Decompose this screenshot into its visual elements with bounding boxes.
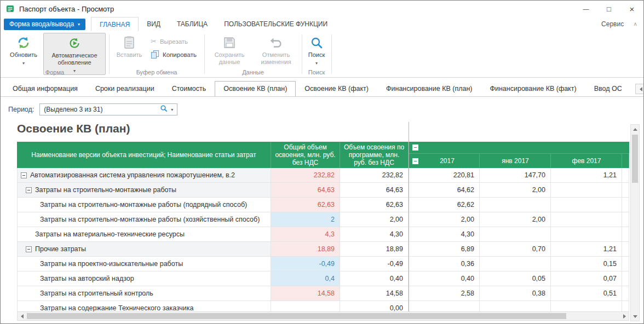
total-volume-cell[interactable] xyxy=(271,301,340,311)
row-expander-icon[interactable] xyxy=(26,187,32,193)
jan-2017-cell[interactable] xyxy=(480,301,551,311)
feb-2017-cell[interactable]: 1,21 xyxy=(551,242,622,257)
collapse-ribbon-icon[interactable]: ˄ xyxy=(634,21,637,27)
row-name-cell[interactable]: Затраты на строительный контроль xyxy=(17,286,271,301)
row-name-cell[interactable]: Затраты на строительно-монтажные работы … xyxy=(17,212,271,227)
horizontal-scrollbar-thumb[interactable] xyxy=(27,313,566,319)
total-volume-cell[interactable]: 4,3 xyxy=(271,227,340,242)
row-expander-icon[interactable] xyxy=(26,246,32,252)
period-group-header[interactable] xyxy=(409,142,629,154)
collapse-year-icon[interactable] xyxy=(412,158,418,164)
row-name-cell[interactable]: Автоматизированная система управления по… xyxy=(17,168,271,183)
program-volume-cell[interactable]: 232,82 xyxy=(340,168,409,183)
program-volume-cell[interactable]: 2,00 xyxy=(340,212,409,227)
program-volume-cell[interactable]: 4,30 xyxy=(340,227,409,242)
horizontal-scrollbar[interactable] xyxy=(17,311,629,321)
ribbon-tab[interactable]: ПОЛЬЗОВАТЕЛЬСКИЕ ФУНКЦИИ xyxy=(216,17,336,31)
page-tab[interactable]: Финансирование КВ (факт) xyxy=(481,81,585,96)
row-name-cell[interactable]: Затраты на строительно-монтажные работы … xyxy=(17,198,271,212)
total-volume-cell[interactable]: 14,58 xyxy=(271,286,340,301)
program-volume-cell[interactable]: 62,63 xyxy=(340,198,409,212)
program-column-header[interactable]: Объем освоения по программе, млн. руб. б… xyxy=(340,142,409,168)
program-volume-cell[interactable]: 0,00 xyxy=(340,301,409,311)
year-2017-cell[interactable]: 6,89 xyxy=(409,242,480,257)
month-column-header[interactable]: 2017 xyxy=(409,154,480,168)
close-button[interactable]: × xyxy=(620,1,643,17)
feb-2017-cell[interactable] xyxy=(551,183,622,198)
page-tab[interactable]: Ввод ОС xyxy=(585,81,631,96)
jan-2017-cell[interactable] xyxy=(480,227,551,242)
row-name-cell[interactable]: Затраты на строительно-монтажные работы xyxy=(17,183,271,198)
program-volume-cell[interactable]: 64,63 xyxy=(340,183,409,198)
feb-2017-cell[interactable] xyxy=(551,212,622,227)
total-volume-cell[interactable]: 64,63 xyxy=(271,183,340,198)
total-volume-cell[interactable]: 62,63 xyxy=(271,198,340,212)
minimize-button[interactable]: — xyxy=(574,1,597,17)
scroll-down-button[interactable] xyxy=(631,312,639,321)
feb-2017-cell[interactable]: 0,15 xyxy=(551,257,622,271)
service-menu[interactable]: Сервис xyxy=(601,20,624,28)
year-2017-cell[interactable]: 0,40 xyxy=(409,271,480,286)
jan-2017-cell[interactable]: 2,00 xyxy=(480,183,551,198)
row-expander-icon[interactable] xyxy=(21,172,27,178)
year-2017-cell[interactable]: 2,00 xyxy=(409,212,480,227)
year-2017-cell[interactable]: 64,62 xyxy=(409,183,480,198)
year-2017-cell[interactable] xyxy=(409,301,480,311)
total-column-header[interactable]: Общий объем освоения, млн. руб. без НДС xyxy=(271,142,340,168)
feb-2017-cell[interactable]: 1,21 xyxy=(551,168,622,183)
dropdown-caret-icon[interactable]: ▾ xyxy=(171,107,173,112)
jan-2017-cell[interactable]: 0,70 xyxy=(480,242,551,257)
jan-2017-cell[interactable] xyxy=(480,257,551,271)
jan-2017-cell[interactable]: 0,05 xyxy=(480,271,551,286)
feb-2017-cell[interactable] xyxy=(551,198,622,212)
feb-2017-cell[interactable]: 0,07 xyxy=(551,271,622,286)
maximize-button[interactable]: □ xyxy=(597,1,620,17)
ribbon-tab[interactable]: ВИД xyxy=(139,17,169,31)
vertical-scrollbar-thumb[interactable] xyxy=(632,135,638,183)
year-2017-cell[interactable]: 62,62 xyxy=(409,198,480,212)
feb-2017-cell[interactable]: 0,51 xyxy=(551,286,622,301)
row-name-cell[interactable]: Затраты на материально-технические ресур… xyxy=(17,227,271,242)
scroll-left-button[interactable] xyxy=(18,312,26,320)
total-volume-cell[interactable]: 0,4 xyxy=(271,271,340,286)
name-column-header[interactable]: Наименование версии объекта инвестиций; … xyxy=(17,142,271,168)
total-volume-cell[interactable]: 18,89 xyxy=(271,242,340,257)
page-tab[interactable]: Стоимость xyxy=(163,81,215,96)
page-tab[interactable]: Общая информация xyxy=(4,81,87,96)
page-tab[interactable]: Сроки реализации xyxy=(87,81,163,96)
vertical-scrollbar[interactable] xyxy=(630,124,640,321)
jan-2017-cell[interactable] xyxy=(480,198,551,212)
year-2017-cell[interactable]: 4,30 xyxy=(409,227,480,242)
total-volume-cell[interactable]: -0,49 xyxy=(271,257,340,271)
copy-button[interactable]: Копировать xyxy=(148,49,199,60)
ribbon-tab[interactable]: ГЛАВНАЯ xyxy=(91,17,139,31)
jan-2017-cell[interactable]: 0,38 xyxy=(480,286,551,301)
tab-scroll-left-button[interactable] xyxy=(635,84,644,94)
collapse-all-periods-icon[interactable] xyxy=(412,144,418,151)
scroll-right-button[interactable] xyxy=(620,312,629,320)
year-2017-cell[interactable]: 2,58 xyxy=(409,286,480,301)
year-2017-cell[interactable]: 0,36 xyxy=(409,257,480,271)
row-name-cell[interactable]: Затраты на проектно-изыскательные работы xyxy=(17,257,271,271)
row-name-cell[interactable]: Затраты на содержание Технического заказ… xyxy=(17,301,271,311)
program-volume-cell[interactable]: -0,49 xyxy=(340,257,409,271)
period-dropdown[interactable]: (Выделено 3 из 31) ▾ xyxy=(39,103,177,115)
form-io-menu-button[interactable]: Форма ввода/вывода ▾ xyxy=(4,19,85,30)
total-volume-cell[interactable]: 232,82 xyxy=(271,168,340,183)
row-name-cell[interactable]: Прочие затраты xyxy=(17,242,271,257)
scroll-up-button[interactable] xyxy=(631,125,639,134)
page-tab[interactable]: Освоение КВ (факт) xyxy=(296,81,377,96)
page-tab[interactable]: Освоение КВ (план) xyxy=(215,81,296,96)
jan-2017-cell[interactable]: 2,00 xyxy=(480,212,551,227)
page-tab[interactable]: Финансирование КВ (план) xyxy=(377,81,481,96)
cut-button[interactable]: ✂ Вырезать xyxy=(148,36,190,47)
feb-2017-cell[interactable] xyxy=(551,301,622,311)
month-column-header[interactable]: янв 2017 xyxy=(480,154,551,168)
feb-2017-cell[interactable] xyxy=(551,227,622,242)
year-2017-cell[interactable]: 220,81 xyxy=(409,168,480,183)
ribbon-tab[interactable]: ТАБЛИЦА xyxy=(169,17,216,31)
jan-2017-cell[interactable]: 147,70 xyxy=(480,168,551,183)
program-volume-cell[interactable]: 0,40 xyxy=(340,271,409,286)
search-icon[interactable] xyxy=(160,105,168,114)
row-name-cell[interactable]: Затраты на авторский надзор xyxy=(17,271,271,286)
